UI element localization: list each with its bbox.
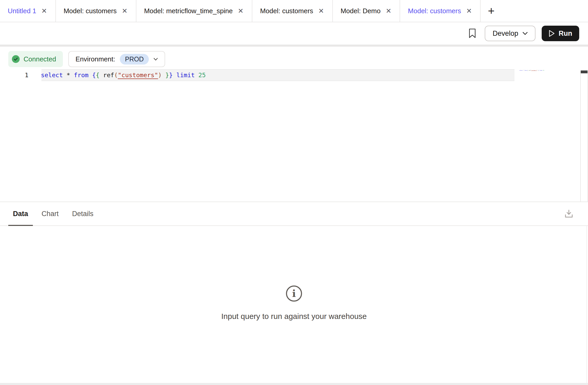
tab-label: Model: customers: [260, 8, 313, 14]
tab-label: Untitled 1: [8, 8, 36, 14]
editor-panel[interactable]: Connected Environment: PROD 1 select * f…: [0, 47, 588, 202]
environment-value-badge: PROD: [120, 54, 149, 65]
results-body: i Input query to run against your wareho…: [0, 226, 588, 383]
tab-label: Model: customers: [408, 8, 461, 14]
empty-state-message: Input query to run against your warehous…: [221, 312, 367, 321]
line-number-gutter: 1: [0, 69, 28, 81]
develop-button-label: Develop: [493, 30, 518, 38]
close-icon[interactable]: ✕: [41, 7, 48, 15]
tab-model-metricflow-time-spine[interactable]: Model: metricflow_time_spine ✕: [136, 0, 252, 22]
results-panel: Data Chart Details i Input query to run …: [0, 202, 588, 383]
chevron-down-icon: [153, 58, 158, 61]
close-icon[interactable]: ✕: [385, 7, 392, 15]
code-editor[interactable]: 1 select * from {{ ref("customers") }} l…: [0, 69, 588, 81]
tab-chart[interactable]: Chart: [37, 202, 63, 225]
tab-model-demo[interactable]: Model: Demo ✕: [333, 0, 400, 22]
tab-bar: Untitled 1 ✕ Model: customers ✕ Model: m…: [0, 0, 588, 22]
bottom-edge-strip: [0, 383, 588, 385]
run-button-label: Run: [559, 30, 572, 38]
tab-details[interactable]: Details: [68, 202, 98, 225]
tab-data[interactable]: Data: [8, 202, 33, 225]
editor-status-row: Connected Environment: PROD: [0, 47, 588, 67]
chevron-down-icon: [523, 32, 528, 35]
tab-model-customers-2[interactable]: Model: customers ✕: [252, 0, 333, 22]
connection-status-badge: Connected: [8, 51, 63, 67]
editor-scrollbar-track[interactable]: [580, 70, 588, 202]
close-icon[interactable]: ✕: [237, 7, 244, 15]
play-icon: [549, 30, 555, 37]
tab-model-customers-1[interactable]: Model: customers ✕: [56, 0, 136, 22]
info-icon: i: [286, 286, 302, 302]
tab-label: Model: customers: [64, 8, 117, 14]
editor-scrollbar-thumb[interactable]: [581, 70, 587, 73]
results-tab-bar: Data Chart Details: [0, 202, 588, 226]
toolbar-editor-divider: [0, 45, 588, 47]
minimap[interactable]: select * from {{ ref("customers") }} lim…: [519, 69, 544, 71]
tab-model-customers-3[interactable]: Model: customers ✕: [400, 0, 481, 22]
bookmark-icon[interactable]: [469, 28, 476, 38]
check-circle-icon: [12, 55, 20, 63]
tab-label: Model: Demo: [341, 8, 381, 14]
close-icon[interactable]: ✕: [466, 7, 472, 15]
download-icon: [564, 209, 574, 219]
add-tab-button[interactable]: +: [481, 0, 502, 22]
close-icon[interactable]: ✕: [318, 7, 325, 15]
run-button[interactable]: Run: [542, 26, 579, 41]
tab-untitled-1[interactable]: Untitled 1 ✕: [0, 0, 56, 22]
download-button[interactable]: [564, 209, 574, 219]
develop-button[interactable]: Develop: [485, 26, 535, 41]
tab-label: Model: metricflow_time_spine: [144, 8, 233, 14]
environment-selector[interactable]: Environment: PROD: [68, 51, 165, 67]
close-icon[interactable]: ✕: [121, 7, 128, 15]
toolbar: Develop Run: [0, 22, 588, 45]
empty-state: i Input query to run against your wareho…: [221, 286, 367, 321]
connected-label: Connected: [24, 55, 56, 63]
bookmark-icon-glyph: [469, 28, 476, 38]
ide-window: Untitled 1 ✕ Model: customers ✕ Model: m…: [0, 0, 588, 385]
environment-label: Environment:: [76, 55, 115, 63]
code-line[interactable]: select * from {{ ref("customers") }} lim…: [41, 69, 206, 81]
